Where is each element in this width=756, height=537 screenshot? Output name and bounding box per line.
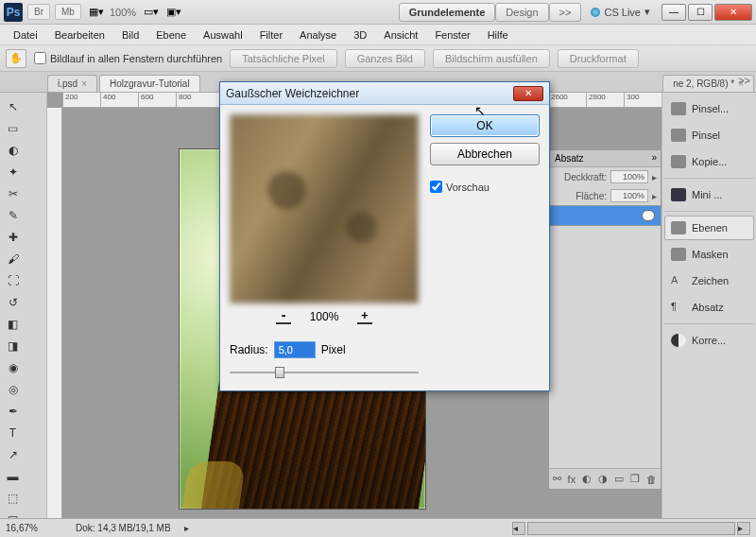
titlebar-btn-br[interactable]: Br [27,4,50,20]
close-button[interactable]: ✕ [714,4,752,21]
workspace-more[interactable]: >> [549,3,582,22]
tab-overflow[interactable]: >> [738,75,750,86]
trash-icon[interactable]: 🗑 [646,474,657,485]
maximize-button[interactable]: ☐ [688,4,713,21]
opt-fill-screen[interactable]: Bildschirm ausfüllen [433,49,550,68]
view-gadget[interactable]: ▦▾ [89,6,104,18]
screen-mode-gadget[interactable]: ▣▾ [166,6,181,18]
workspace-grundelemente[interactable]: Grundelemente [399,3,496,22]
magic-wand-tool[interactable]: ✦ [3,162,23,182]
minimize-button[interactable]: — [662,4,686,21]
vertical-ruler [47,108,62,518]
panel-absatz[interactable]: ¶Absatz [664,295,754,320]
zoom-indicator[interactable]: 100% [110,7,136,18]
panel-ebenen[interactable]: Ebenen [664,216,754,240]
dodge-tool[interactable]: ◎ [3,379,23,399]
shape-tool[interactable]: ▬ [3,466,23,486]
menu-fenster[interactable]: Fenster [427,27,477,43]
layers-panel-tab[interactable]: Absatz [549,150,590,166]
type-tool[interactable]: T [3,423,23,442]
eyedropper-tool[interactable]: ✎ [3,205,23,225]
menu-bar: Datei Bearbeiten Bild Ebene Auswahl Filt… [0,25,756,45]
panel-dock: Pinsel... Pinsel Kopie... Mini ... Ebene… [662,93,756,518]
new-layer-icon[interactable]: ❐ [630,473,640,485]
menu-ansicht[interactable]: Ansicht [376,27,425,43]
layers-panel-footer: ⚯ fx ◐ ◑ ▭ ❐ 🗑 [549,468,661,489]
menu-hilfe[interactable]: Hilfe [480,27,516,43]
gradient-tool[interactable]: ◨ [3,336,23,355]
panel-mini[interactable]: Mini ... [664,182,754,207]
panel-pinsel-presets[interactable]: Pinsel... [664,96,754,121]
titlebar-btn-mb[interactable]: Mb [55,4,81,20]
gaussian-blur-dialog: Gaußscher Weichzeichner ✕ - 100% + Radiu… [219,81,550,391]
eraser-tool[interactable]: ◧ [3,314,23,334]
brush-tool[interactable]: 🖌 [3,249,23,268]
zoom-in-button[interactable]: + [357,309,371,324]
close-icon[interactable]: × [81,78,87,89]
healing-tool[interactable]: ✚ [3,227,23,247]
fill-field[interactable]: 100% [610,189,648,202]
panel-kopie[interactable]: Kopie... [664,149,754,174]
cs-live[interactable]: CS Live ▾ [591,6,650,18]
dialog-title: Gaußscher Weichzeichner [226,87,359,100]
radius-unit: Pixel [321,343,346,356]
dialog-titlebar[interactable]: Gaußscher Weichzeichner ✕ [220,82,549,105]
panel-korrekturen[interactable]: Korre... [664,328,754,353]
adjust-icon[interactable]: ◑ [598,473,608,485]
stamp-tool[interactable]: ⛶ [3,270,23,290]
menu-filter[interactable]: Filter [252,27,290,43]
layers-panel[interactable]: Absatz» Deckkraft:100%▸ Fläche:100%▸ ⚯ f… [548,149,662,490]
menu-bearbeiten[interactable]: Bearbeiten [47,27,112,43]
menu-datei[interactable]: Datei [6,27,45,43]
status-doc-size[interactable]: Dok: 14,3 MB/19,1 MB [76,523,171,533]
link-icon[interactable]: ⚯ [553,473,561,485]
fx-icon[interactable]: fx [568,474,576,485]
lasso-tool[interactable]: ◐ [3,140,23,160]
app-logo: Ps [4,3,23,22]
opacity-field[interactable]: 100% [610,170,648,183]
group-icon[interactable]: ▭ [614,473,624,485]
3d-tool[interactable]: ⬚ [3,488,23,508]
path-select-tool[interactable]: ↗ [3,444,23,464]
marquee-tool[interactable]: ▭ [3,118,23,138]
menu-ebene[interactable]: Ebene [148,27,194,43]
opt-print-size[interactable]: Druckformat [558,49,639,68]
panel-zeichen[interactable]: AZeichen [664,268,754,293]
arrange-gadget[interactable]: ▭▾ [144,6,159,18]
menu-bild[interactable]: Bild [114,27,146,43]
workspace-design[interactable]: Design [495,3,548,22]
hand-tool-icon[interactable]: ✋ [6,49,26,68]
scroll-all-checkbox[interactable]: Bildlauf in allen Fenstern durchführen [34,52,222,64]
opt-fit-screen[interactable]: Ganzes Bild [345,49,425,68]
layer-row[interactable] [549,205,661,226]
radius-slider[interactable] [230,364,419,381]
visibility-icon[interactable] [642,210,655,221]
horizontal-scrollbar[interactable]: ◂▸ [512,522,750,535]
preview-zoom: 100% [310,310,339,323]
pen-tool[interactable]: ✒ [3,401,23,421]
doc-tab-2[interactable]: Holzgravur-Tutorial [99,75,200,92]
blur-tool[interactable]: ◉ [3,357,23,377]
crop-tool[interactable]: ✂ [3,183,23,203]
ok-button[interactable]: OK [430,114,540,137]
zoom-out-button[interactable]: - [276,309,290,324]
opt-actual-pixels[interactable]: Tatsächliche Pixel [230,49,336,68]
options-bar: ✋ Bildlauf in allen Fenstern durchführen… [0,45,756,72]
history-brush-tool[interactable]: ↺ [3,292,23,312]
preview-checkbox[interactable]: Vorschau [430,181,540,193]
doc-tab-1[interactable]: i.psd× [47,75,97,92]
radius-input[interactable] [274,341,316,358]
menu-analyse[interactable]: Analyse [292,27,344,43]
dialog-close-button[interactable]: ✕ [513,86,543,101]
cancel-button[interactable]: Abbrechen [430,143,540,165]
status-zoom[interactable]: 16,67% [6,523,62,533]
app-titlebar: Ps Br Mb ▦▾ 100% ▭▾ ▣▾ Grundelemente Des… [0,0,756,25]
panel-overflow-icon[interactable]: » [647,150,661,166]
panel-masken[interactable]: Masken [664,242,754,267]
mask-icon[interactable]: ◐ [582,473,592,485]
menu-auswahl[interactable]: Auswahl [196,27,250,43]
menu-3d[interactable]: 3D [346,27,374,43]
filter-preview[interactable] [230,114,419,303]
panel-pinsel[interactable]: Pinsel [664,123,754,147]
move-tool[interactable]: ↖ [3,96,23,116]
